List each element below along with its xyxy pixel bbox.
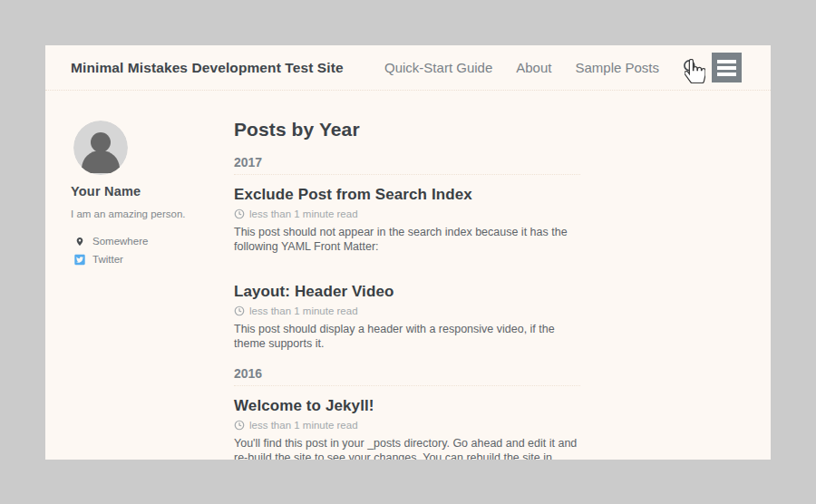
author-bio: I am an amazing person. (71, 208, 234, 219)
site-card: Minimal Mistakes Development Test Site Q… (45, 45, 771, 460)
page-content: Your Name I am an amazing person. Somewh… (45, 91, 771, 460)
search-button[interactable] (682, 58, 700, 78)
twitter-icon (74, 254, 85, 266)
nav-link-about[interactable]: About (516, 60, 551, 75)
author-twitter-label: Twitter (92, 254, 123, 265)
post-item: Welcome to Jekyll! less than 1 minute re… (234, 397, 580, 460)
nav-link-quick-start-guide[interactable]: Quick-Start Guide (384, 60, 492, 75)
post-title-link[interactable]: Welcome to Jekyll! (234, 397, 580, 415)
read-time: less than 1 minute read (249, 420, 358, 431)
search-icon (682, 58, 700, 76)
clock-icon (234, 208, 245, 219)
post-title-link[interactable]: Exclude Post from Search Index (234, 186, 580, 204)
author-location: Somewhere (74, 232, 234, 250)
post-meta: less than 1 minute read (234, 305, 580, 316)
year-heading: 2017 (234, 155, 580, 175)
masthead: Minimal Mistakes Development Test Site Q… (45, 45, 771, 91)
person-silhouette-icon (73, 121, 128, 175)
post-excerpt: This post should not appear in the searc… (234, 226, 580, 254)
nav-link-sample-posts[interactable]: Sample Posts (575, 60, 659, 75)
read-time: less than 1 minute read (249, 305, 358, 316)
author-name: Your Name (71, 184, 234, 199)
hamburger-bar (717, 73, 736, 76)
author-sidebar: Your Name I am an amazing person. Somewh… (71, 91, 234, 460)
clock-icon (234, 420, 245, 431)
author-twitter-link[interactable]: Twitter (74, 250, 234, 268)
year-section-2016: 2016 Welcome to Jekyll! less than 1 minu… (234, 366, 580, 460)
year-heading: 2016 (234, 366, 580, 386)
hamburger-menu-button[interactable] (712, 53, 742, 82)
archive-main: Posts by Year 2017 Exclude Post from Sea… (234, 91, 580, 460)
location-pin-icon (74, 236, 85, 247)
hamburger-bar (717, 66, 736, 70)
author-links: Somewhere Twitter (71, 232, 234, 268)
post-item: Layout: Header Video less than 1 minute … (234, 283, 580, 351)
year-section-2017: 2017 Exclude Post from Search Index less… (234, 155, 580, 351)
post-item: Exclude Post from Search Index less than… (234, 186, 580, 254)
hamburger-bar (717, 60, 736, 63)
post-meta: less than 1 minute read (234, 208, 580, 219)
post-excerpt: This post should display a header with a… (234, 323, 580, 351)
post-title-link[interactable]: Layout: Header Video (234, 283, 580, 301)
author-location-label: Somewhere (92, 236, 148, 247)
post-meta: less than 1 minute read (234, 420, 580, 431)
masthead-nav: Quick-Start Guide About Sample Posts (361, 53, 742, 82)
read-time: less than 1 minute read (249, 208, 358, 219)
post-excerpt: You'll find this post in your _posts dir… (234, 437, 580, 460)
author-avatar (73, 121, 128, 175)
page-title: Posts by Year (234, 119, 580, 140)
clock-icon (234, 305, 245, 316)
site-title-link[interactable]: Minimal Mistakes Development Test Site (71, 60, 344, 76)
